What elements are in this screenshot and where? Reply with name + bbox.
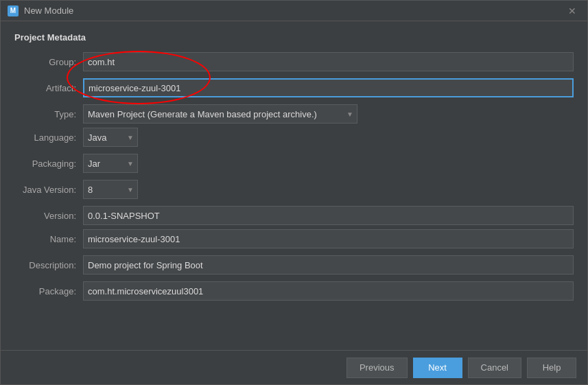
version-control: [83, 206, 574, 225]
package-input[interactable]: [83, 281, 574, 301]
language-row: Language: Java Kotlin Groovy ▼: [14, 128, 574, 147]
description-control: [83, 255, 574, 275]
name-label: Name:: [14, 234, 83, 244]
title-bar: M New Module ✕: [1, 1, 587, 21]
java-version-select-wrapper: 8 11 17 ▼: [83, 180, 138, 199]
packaging-select-wrapper: Jar War ▼: [83, 154, 138, 173]
title-bar-left: M New Module: [8, 5, 73, 16]
dialog-icon: M: [8, 5, 19, 16]
new-module-dialog: M New Module ✕ Project Metadata Group: A…: [0, 0, 588, 385]
packaging-control: Jar War ▼: [83, 154, 574, 173]
type-label: Type:: [14, 109, 83, 119]
package-control: [83, 281, 574, 301]
dialog-title: New Module: [24, 5, 73, 16]
java-version-label: Java Version:: [14, 185, 83, 195]
language-label: Language:: [14, 132, 83, 143]
artifact-row: Artifact:: [14, 78, 574, 97]
package-row: Package:: [14, 281, 574, 301]
previous-button[interactable]: Previous: [346, 358, 408, 378]
type-control: Maven Project (Generate a Maven based pr…: [83, 104, 574, 124]
type-select[interactable]: Maven Project (Generate a Maven based pr…: [83, 104, 357, 124]
language-select-wrapper: Java Kotlin Groovy ▼: [83, 128, 138, 147]
close-button[interactable]: ✕: [564, 5, 580, 17]
name-input[interactable]: [83, 229, 574, 248]
cancel-button[interactable]: Cancel: [468, 358, 521, 378]
packaging-select[interactable]: Jar War: [83, 154, 138, 173]
group-row: Group:: [14, 52, 574, 71]
name-control: [83, 229, 574, 248]
artifact-label: Artifact:: [14, 83, 83, 93]
type-select-wrapper: Maven Project (Generate a Maven based pr…: [83, 104, 357, 124]
type-row: Type: Maven Project (Generate a Maven ba…: [14, 104, 574, 124]
java-version-row: Java Version: 8 11 17 ▼: [14, 180, 574, 199]
version-label: Version:: [14, 211, 83, 221]
version-row: Version:: [14, 206, 574, 225]
next-button[interactable]: Next: [413, 358, 462, 378]
artifact-input[interactable]: [83, 78, 574, 97]
package-label: Package:: [14, 286, 83, 296]
section-title: Project Metadata: [14, 32, 574, 43]
java-version-control: 8 11 17 ▼: [83, 180, 574, 199]
group-control: [83, 52, 574, 71]
language-control: Java Kotlin Groovy ▼: [83, 128, 574, 147]
name-row: Name:: [14, 229, 574, 248]
description-row: Description:: [14, 255, 574, 275]
group-input[interactable]: [83, 52, 574, 71]
java-version-select[interactable]: 8 11 17: [83, 180, 138, 199]
group-label: Group:: [14, 57, 83, 67]
version-input[interactable]: [83, 206, 574, 225]
dialog-content: Project Metadata Group: Artifact: Type: …: [1, 21, 587, 350]
dialog-footer: Previous Next Cancel Help: [1, 350, 587, 384]
artifact-control: [83, 78, 574, 97]
help-button[interactable]: Help: [527, 358, 576, 378]
description-input[interactable]: [83, 255, 574, 275]
packaging-label: Packaging:: [14, 159, 83, 169]
packaging-row: Packaging: Jar War ▼: [14, 154, 574, 173]
language-select[interactable]: Java Kotlin Groovy: [83, 128, 138, 147]
description-label: Description:: [14, 260, 83, 270]
